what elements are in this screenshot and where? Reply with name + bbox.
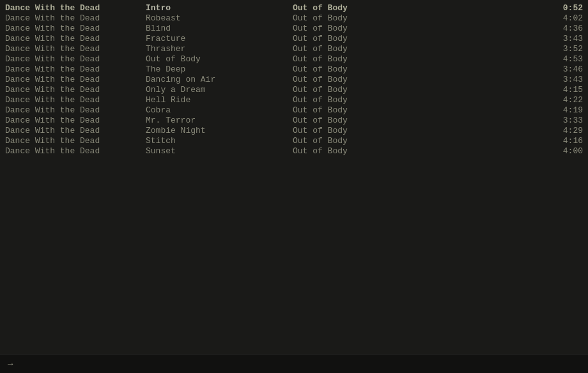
duration-cell: 3:46 — [545, 65, 583, 74]
duration-cell: 4:22 — [545, 95, 583, 105]
title-cell: Mr. Terror — [146, 116, 293, 125]
artist-cell: Dance With the Dead — [5, 13, 146, 23]
artist-cell: Dance With the Dead — [5, 54, 146, 64]
table-row[interactable]: Dance With the DeadRobeastOut of Body4:0… — [0, 13, 588, 23]
title-cell: Stitch — [146, 136, 293, 146]
artist-cell: Dance With the Dead — [5, 85, 146, 95]
title-cell: Dancing on Air — [146, 75, 293, 84]
album-cell: Out of Body — [293, 13, 545, 23]
album-cell: Out of Body — [293, 34, 545, 43]
artist-cell: Dance With the Dead — [5, 44, 146, 54]
artist-cell: Dance With the Dead — [5, 3, 146, 13]
title-cell: Sunset — [146, 146, 293, 156]
duration-cell: 4:36 — [545, 24, 583, 33]
duration-cell: 3:33 — [545, 116, 583, 125]
table-row[interactable]: Dance With the DeadMr. TerrorOut of Body… — [0, 115, 588, 125]
duration-cell: 0:52 — [545, 3, 583, 13]
album-cell: Out of Body — [293, 105, 545, 115]
title-cell: Intro — [146, 3, 293, 13]
bottom-bar: → — [0, 354, 588, 373]
table-row[interactable]: Dance With the DeadThe DeepOut of Body3:… — [0, 64, 588, 74]
artist-cell: Dance With the Dead — [5, 65, 146, 74]
title-cell: Fracture — [146, 34, 293, 43]
table-row[interactable]: Dance With the DeadBlindOut of Body4:36 — [0, 23, 588, 33]
title-cell: Blind — [146, 24, 293, 33]
table-row[interactable]: Dance With the DeadOut of BodyOut of Bod… — [0, 54, 588, 64]
title-cell: Hell Ride — [146, 95, 293, 105]
duration-cell: 4:29 — [545, 126, 583, 135]
album-cell: Out of Body — [293, 75, 545, 84]
album-cell: Out of Body — [293, 65, 545, 74]
title-cell: Zombie Night — [146, 126, 293, 135]
album-cell: Out of Body — [293, 136, 545, 146]
album-cell: Out of Body — [293, 24, 545, 33]
title-cell: Out of Body — [146, 54, 293, 64]
table-row[interactable]: Dance With the DeadIntroOut of Body0:52 — [0, 3, 588, 13]
title-cell: Thrasher — [146, 44, 293, 54]
artist-cell: Dance With the Dead — [5, 95, 146, 105]
title-cell: Robeast — [146, 13, 293, 23]
table-row[interactable]: Dance With the DeadOnly a DreamOut of Bo… — [0, 84, 588, 95]
duration-cell: 4:16 — [545, 136, 583, 146]
artist-cell: Dance With the Dead — [5, 34, 146, 43]
duration-cell: 4:02 — [545, 13, 583, 23]
table-row[interactable]: Dance With the DeadFractureOut of Body3:… — [0, 33, 588, 43]
artist-cell: Dance With the Dead — [5, 126, 146, 135]
table-row[interactable]: Dance With the DeadDancing on AirOut of … — [0, 74, 588, 84]
album-cell: Out of Body — [293, 44, 545, 54]
title-cell: The Deep — [146, 65, 293, 74]
duration-cell: 4:00 — [545, 146, 583, 156]
track-list: Dance With the DeadIntroOut of Body0:52D… — [0, 0, 588, 158]
title-cell: Only a Dream — [146, 85, 293, 95]
artist-cell: Dance With the Dead — [5, 146, 146, 156]
duration-cell: 3:43 — [545, 75, 583, 84]
arrow-icon: → — [8, 359, 13, 369]
artist-cell: Dance With the Dead — [5, 105, 146, 115]
artist-cell: Dance With the Dead — [5, 75, 146, 84]
duration-cell: 3:52 — [545, 44, 583, 54]
duration-cell: 4:19 — [545, 105, 583, 115]
table-row[interactable]: Dance With the DeadHell RideOut of Body4… — [0, 95, 588, 105]
album-cell: Out of Body — [293, 126, 545, 135]
title-cell: Cobra — [146, 105, 293, 115]
album-cell: Out of Body — [293, 3, 545, 13]
album-cell: Out of Body — [293, 95, 545, 105]
album-cell: Out of Body — [293, 54, 545, 64]
table-row[interactable]: Dance With the DeadCobraOut of Body4:19 — [0, 105, 588, 115]
artist-cell: Dance With the Dead — [5, 24, 146, 33]
table-row[interactable]: Dance With the DeadThrasherOut of Body3:… — [0, 43, 588, 54]
artist-cell: Dance With the Dead — [5, 116, 146, 125]
album-cell: Out of Body — [293, 116, 545, 125]
table-row[interactable]: Dance With the DeadZombie NightOut of Bo… — [0, 125, 588, 135]
album-cell: Out of Body — [293, 85, 545, 95]
table-row[interactable]: Dance With the DeadStitchOut of Body4:16 — [0, 135, 588, 146]
artist-cell: Dance With the Dead — [5, 136, 146, 146]
duration-cell: 4:15 — [545, 85, 583, 95]
duration-cell: 4:53 — [545, 54, 583, 64]
duration-cell: 3:43 — [545, 34, 583, 43]
table-row[interactable]: Dance With the DeadSunsetOut of Body4:00 — [0, 146, 588, 156]
album-cell: Out of Body — [293, 146, 545, 156]
